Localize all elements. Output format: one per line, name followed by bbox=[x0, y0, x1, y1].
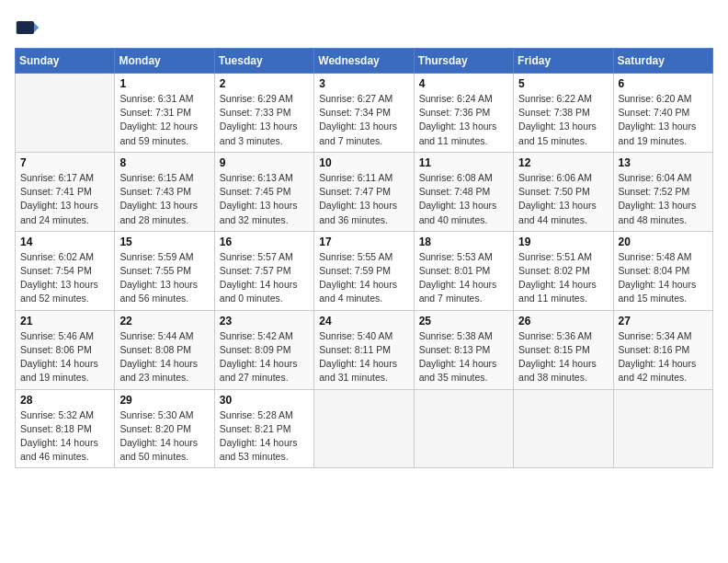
day-detail: Sunrise: 5:42 AMSunset: 8:09 PMDaylight:… bbox=[220, 329, 309, 385]
day-number: 9 bbox=[220, 156, 309, 169]
weekday-header-sunday: Sunday bbox=[16, 49, 115, 74]
day-detail: Sunrise: 6:27 AMSunset: 7:34 PMDaylight:… bbox=[319, 92, 408, 148]
day-number: 20 bbox=[619, 236, 708, 248]
day-detail: Sunrise: 6:29 AMSunset: 7:33 PMDaylight:… bbox=[220, 92, 309, 148]
day-detail: Sunrise: 6:08 AMSunset: 7:48 PMDaylight:… bbox=[419, 171, 508, 227]
calendar-cell: 10Sunrise: 6:11 AMSunset: 7:47 PMDayligh… bbox=[314, 152, 414, 231]
calendar-cell: 21Sunrise: 5:46 AMSunset: 8:06 PMDayligh… bbox=[16, 310, 115, 389]
day-number: 8 bbox=[119, 156, 209, 169]
calendar-cell: 2Sunrise: 6:29 AMSunset: 7:33 PMDaylight… bbox=[214, 74, 313, 153]
calendar-cell: 9Sunrise: 6:13 AMSunset: 7:45 PMDaylight… bbox=[214, 152, 313, 231]
calendar-cell: 16Sunrise: 5:57 AMSunset: 7:57 PMDayligh… bbox=[214, 231, 313, 310]
day-number: 2 bbox=[220, 77, 309, 90]
day-number: 3 bbox=[319, 77, 408, 90]
day-detail: Sunrise: 6:02 AMSunset: 7:54 PMDaylight:… bbox=[20, 250, 109, 306]
day-detail: Sunrise: 6:11 AMSunset: 7:47 PMDaylight:… bbox=[319, 171, 408, 227]
day-number: 15 bbox=[119, 236, 209, 248]
calendar-cell bbox=[16, 74, 115, 153]
weekday-header-tuesday: Tuesday bbox=[214, 49, 313, 74]
day-detail: Sunrise: 5:34 AMSunset: 8:16 PMDaylight:… bbox=[619, 329, 708, 385]
day-detail: Sunrise: 5:59 AMSunset: 7:55 PMDaylight:… bbox=[119, 250, 209, 306]
calendar-cell: 23Sunrise: 5:42 AMSunset: 8:09 PMDayligh… bbox=[214, 310, 313, 389]
day-number: 27 bbox=[619, 315, 708, 327]
day-number: 4 bbox=[419, 77, 508, 90]
day-detail: Sunrise: 5:40 AMSunset: 8:11 PMDaylight:… bbox=[319, 329, 408, 385]
calendar-cell bbox=[314, 389, 414, 468]
day-detail: Sunrise: 6:22 AMSunset: 7:38 PMDaylight:… bbox=[518, 92, 608, 148]
calendar-cell bbox=[613, 389, 712, 468]
calendar-week-row: 7Sunrise: 6:17 AMSunset: 7:41 PMDaylight… bbox=[16, 152, 713, 231]
calendar-cell: 19Sunrise: 5:51 AMSunset: 8:02 PMDayligh… bbox=[514, 231, 613, 310]
day-detail: Sunrise: 6:13 AMSunset: 7:45 PMDaylight:… bbox=[220, 171, 309, 227]
calendar-week-row: 28Sunrise: 5:32 AMSunset: 8:18 PMDayligh… bbox=[16, 389, 713, 468]
weekday-header-wednesday: Wednesday bbox=[314, 49, 414, 74]
day-detail: Sunrise: 6:15 AMSunset: 7:43 PMDaylight:… bbox=[119, 171, 209, 227]
day-number: 19 bbox=[518, 236, 608, 248]
calendar-cell: 22Sunrise: 5:44 AMSunset: 8:08 PMDayligh… bbox=[115, 310, 214, 389]
day-detail: Sunrise: 5:38 AMSunset: 8:13 PMDaylight:… bbox=[419, 329, 508, 385]
day-number: 10 bbox=[319, 156, 408, 169]
calendar-cell: 26Sunrise: 5:36 AMSunset: 8:15 PMDayligh… bbox=[514, 310, 613, 389]
day-number: 14 bbox=[20, 236, 109, 248]
calendar-week-row: 14Sunrise: 6:02 AMSunset: 7:54 PMDayligh… bbox=[16, 231, 713, 310]
day-number: 21 bbox=[20, 315, 109, 327]
day-detail: Sunrise: 5:55 AMSunset: 7:59 PMDaylight:… bbox=[319, 250, 408, 306]
day-number: 18 bbox=[419, 236, 508, 248]
calendar-cell: 11Sunrise: 6:08 AMSunset: 7:48 PMDayligh… bbox=[414, 152, 513, 231]
day-number: 7 bbox=[20, 156, 109, 169]
day-detail: Sunrise: 6:24 AMSunset: 7:36 PMDaylight:… bbox=[419, 92, 508, 148]
day-detail: Sunrise: 5:57 AMSunset: 7:57 PMDaylight:… bbox=[220, 250, 309, 306]
day-detail: Sunrise: 6:20 AMSunset: 7:40 PMDaylight:… bbox=[619, 92, 708, 148]
day-detail: Sunrise: 5:30 AMSunset: 8:20 PMDaylight:… bbox=[119, 408, 209, 465]
day-detail: Sunrise: 6:04 AMSunset: 7:52 PMDaylight:… bbox=[619, 171, 708, 227]
logo-icon bbox=[15, 15, 40, 40]
calendar-cell: 5Sunrise: 6:22 AMSunset: 7:38 PMDaylight… bbox=[514, 74, 613, 153]
day-number: 5 bbox=[518, 77, 608, 90]
calendar-cell: 13Sunrise: 6:04 AMSunset: 7:52 PMDayligh… bbox=[613, 152, 712, 231]
calendar-cell: 24Sunrise: 5:40 AMSunset: 8:11 PMDayligh… bbox=[314, 310, 414, 389]
calendar-header-row: SundayMondayTuesdayWednesdayThursdayFrid… bbox=[16, 49, 713, 74]
day-number: 26 bbox=[518, 315, 608, 327]
calendar-table: SundayMondayTuesdayWednesdayThursdayFrid… bbox=[15, 48, 713, 468]
svg-rect-0 bbox=[17, 21, 34, 34]
weekday-header-saturday: Saturday bbox=[613, 49, 712, 74]
calendar-cell: 1Sunrise: 6:31 AMSunset: 7:31 PMDaylight… bbox=[115, 74, 214, 153]
day-number: 16 bbox=[220, 236, 309, 248]
logo bbox=[15, 15, 44, 40]
calendar-cell: 29Sunrise: 5:30 AMSunset: 8:20 PMDayligh… bbox=[115, 389, 214, 468]
day-number: 28 bbox=[20, 394, 109, 407]
day-number: 25 bbox=[419, 315, 508, 327]
calendar-cell: 20Sunrise: 5:48 AMSunset: 8:04 PMDayligh… bbox=[613, 231, 712, 310]
day-detail: Sunrise: 5:36 AMSunset: 8:15 PMDaylight:… bbox=[518, 329, 608, 385]
day-detail: Sunrise: 5:28 AMSunset: 8:21 PMDaylight:… bbox=[220, 408, 309, 465]
calendar-cell: 15Sunrise: 5:59 AMSunset: 7:55 PMDayligh… bbox=[115, 231, 214, 310]
day-number: 30 bbox=[220, 394, 309, 407]
day-number: 11 bbox=[419, 156, 508, 169]
day-number: 13 bbox=[619, 156, 708, 169]
day-detail: Sunrise: 5:48 AMSunset: 8:04 PMDaylight:… bbox=[619, 250, 708, 306]
day-detail: Sunrise: 5:51 AMSunset: 8:02 PMDaylight:… bbox=[518, 250, 608, 306]
day-number: 23 bbox=[220, 315, 309, 327]
calendar-cell: 4Sunrise: 6:24 AMSunset: 7:36 PMDaylight… bbox=[414, 74, 513, 153]
calendar-cell: 30Sunrise: 5:28 AMSunset: 8:21 PMDayligh… bbox=[214, 389, 313, 468]
calendar-cell: 14Sunrise: 6:02 AMSunset: 7:54 PMDayligh… bbox=[16, 231, 115, 310]
calendar-week-row: 1Sunrise: 6:31 AMSunset: 7:31 PMDaylight… bbox=[16, 74, 713, 153]
day-detail: Sunrise: 5:46 AMSunset: 8:06 PMDaylight:… bbox=[20, 329, 109, 385]
calendar-cell: 12Sunrise: 6:06 AMSunset: 7:50 PMDayligh… bbox=[514, 152, 613, 231]
calendar-cell bbox=[514, 389, 613, 468]
weekday-header-monday: Monday bbox=[115, 49, 214, 74]
day-detail: Sunrise: 6:06 AMSunset: 7:50 PMDaylight:… bbox=[518, 171, 608, 227]
day-detail: Sunrise: 6:17 AMSunset: 7:41 PMDaylight:… bbox=[20, 171, 109, 227]
day-number: 6 bbox=[619, 77, 708, 90]
day-detail: Sunrise: 5:53 AMSunset: 8:01 PMDaylight:… bbox=[419, 250, 508, 306]
day-detail: Sunrise: 5:32 AMSunset: 8:18 PMDaylight:… bbox=[20, 408, 109, 465]
calendar-cell: 6Sunrise: 6:20 AMSunset: 7:40 PMDaylight… bbox=[613, 74, 712, 153]
day-detail: Sunrise: 6:31 AMSunset: 7:31 PMDaylight:… bbox=[119, 92, 209, 148]
calendar-cell: 7Sunrise: 6:17 AMSunset: 7:41 PMDaylight… bbox=[16, 152, 115, 231]
calendar-cell bbox=[414, 389, 513, 468]
weekday-header-thursday: Thursday bbox=[414, 49, 513, 74]
calendar-cell: 27Sunrise: 5:34 AMSunset: 8:16 PMDayligh… bbox=[613, 310, 712, 389]
day-number: 29 bbox=[119, 394, 209, 407]
day-number: 12 bbox=[518, 156, 608, 169]
calendar-cell: 8Sunrise: 6:15 AMSunset: 7:43 PMDaylight… bbox=[115, 152, 214, 231]
